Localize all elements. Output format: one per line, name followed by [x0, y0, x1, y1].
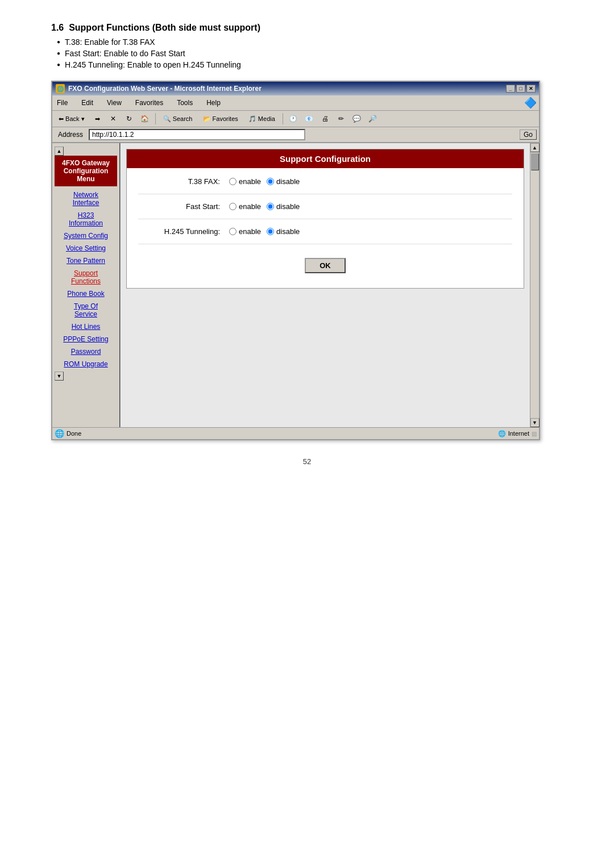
menu-help[interactable]: Help [204, 98, 223, 107]
browser-toolbar: ⬅ Back ▾ ➡ ✕ ↻ 🏠 🔍 Search 📂 Favorites 🎵 … [52, 111, 539, 127]
stop-button[interactable]: ✕ [106, 112, 120, 125]
go-button[interactable]: Go [520, 130, 537, 140]
search-button[interactable]: 🔍 Search [159, 114, 197, 124]
address-input[interactable] [89, 129, 305, 140]
browser-content: ▲ 4FXO GatewayConfigurationMenu NetworkI… [52, 143, 539, 427]
faststart-disable-label: disable [267, 202, 300, 211]
internet-icon: 🌐 [498, 430, 506, 437]
h245-label: H.245 Tunneling: [138, 227, 229, 236]
separator-1 [155, 113, 156, 124]
t38-label: T.38 FAX: [138, 177, 229, 186]
home-button[interactable]: 🏠 [138, 112, 152, 125]
sidebar-link-romupgrade[interactable]: ROM Upgrade [55, 359, 117, 369]
t38-enable-label: enable [229, 177, 261, 186]
t38-radio-group: enable disable [229, 177, 300, 186]
menu-edit[interactable]: Edit [79, 98, 96, 107]
close-button[interactable]: ✕ [526, 85, 536, 93]
back-button[interactable]: ⬅ Back ▾ [55, 114, 89, 124]
browser-menubar: File Edit View Favorites Tools Help 🔷 [52, 95, 539, 111]
sidebar-link-network[interactable]: NetworkInterface [55, 190, 117, 208]
menu-file[interactable]: File [55, 98, 70, 107]
h245-disable-radio[interactable] [267, 228, 274, 235]
scroll-down-arrow[interactable]: ▼ [530, 418, 540, 427]
bullet-item-2: Fast Start: Enable to do Fast Start [57, 49, 563, 58]
ie-logo: 🔷 [524, 97, 537, 109]
internet-label: Internet [508, 430, 529, 437]
sidebar: ▲ 4FXO GatewayConfigurationMenu NetworkI… [52, 143, 121, 427]
menu-tools[interactable]: Tools [175, 98, 195, 107]
sidebar-link-typeofservice[interactable]: Type OfService [55, 301, 117, 319]
menu-favorites[interactable]: Favorites [133, 98, 165, 107]
sidebar-link-password[interactable]: Password [55, 347, 117, 357]
media-button[interactable]: 🎵 Media [244, 114, 279, 124]
t38-disable-radio[interactable] [267, 178, 274, 185]
faststart-radio-group: enable disable [229, 202, 300, 211]
sidebar-link-support[interactable]: SupportFunctions [55, 268, 117, 286]
resize-grip: ▨ [532, 431, 537, 437]
section-heading: 1.6 Support Functions (Both side must su… [51, 23, 563, 33]
edit-page-button[interactable]: ✏ [334, 112, 348, 125]
browser-title: FXO Configuration Web Server - Microsoft… [68, 85, 262, 93]
faststart-disable-radio[interactable] [267, 203, 274, 210]
browser-addressbar: Address Go [52, 127, 539, 143]
ok-button[interactable]: OK [305, 258, 346, 273]
sidebar-link-phonebook[interactable]: Phone Book [55, 289, 117, 299]
browser-window: 🌐 FXO Configuration Web Server - Microso… [51, 81, 540, 440]
faststart-enable-radio[interactable] [229, 203, 237, 210]
faststart-label: Fast Start: [138, 202, 229, 211]
browser-icon: 🌐 [56, 84, 65, 93]
config-body: T.38 FAX: enable disable [127, 168, 524, 288]
h245-radio-group: enable disable [229, 227, 300, 236]
sidebar-scroll-up[interactable]: ▲ [55, 147, 64, 156]
sidebar-link-voice[interactable]: Voice Setting [55, 243, 117, 253]
page-number: 52 [303, 457, 311, 466]
forward-button[interactable]: ➡ [91, 114, 104, 124]
browser-statusbar: 🌐 Done 🌐 Internet ▨ [52, 427, 539, 439]
status-text: Done [67, 430, 81, 437]
restore-button[interactable]: □ [516, 85, 525, 93]
t38-disable-label: disable [267, 177, 300, 186]
config-title: Support Configuration [127, 149, 524, 168]
mail-button[interactable]: 📧 [302, 112, 316, 125]
t38-fax-row: T.38 FAX: enable disable [138, 177, 512, 194]
history-button[interactable]: 🕐 [287, 112, 300, 125]
sidebar-link-h323[interactable]: H323Information [55, 210, 117, 228]
browser-titlebar: 🌐 FXO Configuration Web Server - Microso… [52, 82, 539, 95]
sidebar-link-hotlines[interactable]: Hot Lines [55, 322, 117, 332]
h245-row: H.245 Tunneling: enable disable [138, 227, 512, 244]
sidebar-scroll-down[interactable]: ▼ [55, 372, 64, 381]
address-label: Address [55, 131, 86, 139]
favorites-button[interactable]: 📂 Favorites [199, 114, 242, 124]
bullet-item-1: T.38: Enable for T.38 FAX [57, 37, 563, 47]
ok-button-row: OK [138, 252, 512, 279]
sidebar-link-pppoe[interactable]: PPPoE Setting [55, 334, 117, 344]
scrollbar-vertical: ▲ ▼ [530, 143, 539, 427]
document-content: 1.6 Support Functions (Both side must su… [51, 23, 563, 440]
faststart-row: Fast Start: enable disable [138, 202, 512, 219]
faststart-enable-label: enable [229, 202, 261, 211]
print-button[interactable]: 🖨 [318, 112, 332, 125]
status-done-icon: 🌐 [55, 429, 64, 438]
sidebar-menu-title: 4FXO GatewayConfigurationMenu [55, 156, 117, 186]
minimize-button[interactable]: _ [506, 85, 515, 93]
sidebar-link-tone[interactable]: Tone Pattern [55, 256, 117, 266]
status-right: 🌐 Internet ▨ [498, 430, 537, 437]
status-left: 🌐 Done [55, 429, 81, 438]
config-panel: Support Configuration T.38 FAX: enable [126, 149, 524, 289]
h245-enable-radio[interactable] [229, 228, 237, 235]
scroll-up-arrow[interactable]: ▲ [530, 143, 540, 152]
bullet-item-3: H.245 Tunneling: Enable to open H.245 Tu… [57, 60, 563, 69]
window-controls: _ □ ✕ [506, 85, 536, 93]
separator-2 [283, 113, 283, 124]
h245-enable-label: enable [229, 227, 261, 236]
menu-view[interactable]: View [105, 98, 124, 107]
discuss-button[interactable]: 💬 [350, 112, 364, 125]
sidebar-link-sysconfig[interactable]: System Config [55, 231, 117, 241]
h245-disable-label: disable [267, 227, 300, 236]
t38-enable-radio[interactable] [229, 178, 237, 185]
sidebar-area: ▲ 4FXO GatewayConfigurationMenu NetworkI… [52, 143, 121, 427]
search2-button[interactable]: 🔎 [366, 112, 380, 125]
refresh-button[interactable]: ↻ [122, 112, 136, 125]
scroll-thumb[interactable] [531, 153, 539, 170]
bullet-list: T.38: Enable for T.38 FAX Fast Start: En… [51, 37, 563, 69]
